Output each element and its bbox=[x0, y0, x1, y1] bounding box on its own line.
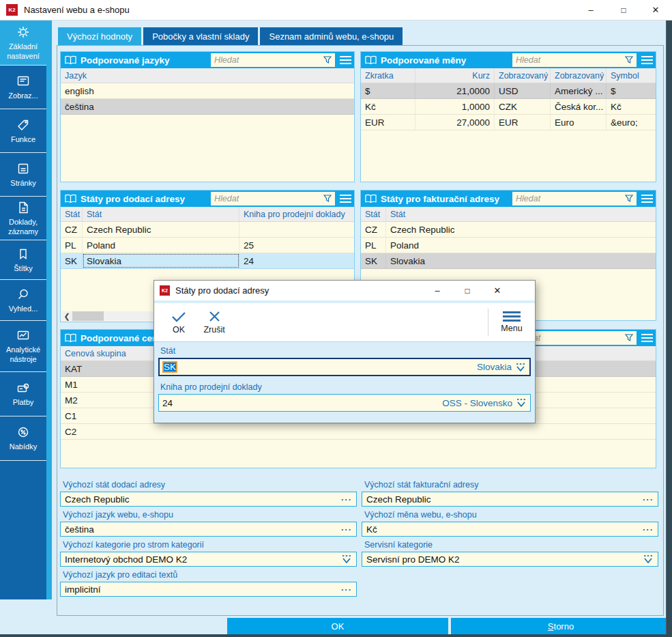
search-input[interactable] bbox=[211, 55, 323, 65]
table-cell[interactable]: Kč bbox=[607, 99, 656, 114]
search-input[interactable] bbox=[512, 55, 624, 65]
vychozi-stat-fakturacni-adresy-field[interactable]: Czech Republic ··· bbox=[362, 492, 658, 507]
table-cell[interactable] bbox=[239, 222, 354, 237]
table-row[interactable]: CZ Czech Republic bbox=[361, 222, 656, 238]
table-row[interactable]: english bbox=[61, 83, 354, 99]
minimize-button[interactable]: – bbox=[576, 0, 606, 20]
table-cell[interactable]: Poland bbox=[386, 238, 656, 253]
kniha-pro-prodejni-doklady-field[interactable]: 24 OSS - Slovensko bbox=[158, 394, 531, 412]
lookup-ellipsis-button[interactable]: ··· bbox=[341, 525, 352, 534]
table-cell[interactable]: 25 bbox=[239, 238, 354, 253]
maximize-button[interactable]: □ bbox=[609, 0, 639, 20]
lookup-ellipsis-button[interactable]: ··· bbox=[341, 495, 352, 504]
stat-field[interactable]: SK Slovakia bbox=[158, 358, 531, 376]
table-cell[interactable]: CZK bbox=[495, 99, 551, 114]
menu-icon[interactable] bbox=[639, 192, 654, 206]
sidebar-item-platby[interactable]: Platby bbox=[0, 372, 46, 416]
filter-icon[interactable] bbox=[323, 55, 335, 65]
menu-icon[interactable] bbox=[338, 53, 353, 67]
lookup-ellipsis-button[interactable]: ··· bbox=[643, 525, 654, 534]
ok-button[interactable]: OK bbox=[227, 618, 448, 634]
table-cell[interactable]: Česká kor... bbox=[551, 99, 607, 114]
table-cell[interactable]: PL bbox=[361, 238, 386, 253]
vychozi-jazyk-editace-field[interactable]: implicitní ··· bbox=[60, 582, 357, 597]
close-button[interactable]: ✕ bbox=[641, 0, 671, 20]
table-row[interactable]: CZ Czech Republic bbox=[61, 222, 354, 238]
table-row-selected[interactable]: čeština bbox=[61, 99, 354, 115]
lookup-ellipsis-button[interactable]: ··· bbox=[643, 495, 654, 504]
table-cell[interactable]: 27,0000 bbox=[415, 115, 495, 130]
column-header[interactable]: Zobrazovaný r bbox=[551, 68, 607, 83]
menu-icon[interactable] bbox=[639, 331, 654, 345]
column-header[interactable]: Stát bbox=[83, 207, 239, 221]
servisni-kategorie-field[interactable]: Servisní pro DEMO K2 bbox=[362, 552, 658, 567]
vychozi-kategorie-field[interactable]: Internetový obchod DEMO K2 bbox=[60, 552, 357, 567]
dialog-close-button[interactable]: ✕ bbox=[486, 281, 509, 300]
table-cell[interactable]: 21,0000 bbox=[415, 83, 495, 98]
dropdown-icon[interactable] bbox=[516, 398, 527, 408]
scroll-left-arrow[interactable]: ❮ bbox=[61, 311, 72, 321]
table-cell[interactable]: EUR bbox=[361, 115, 415, 130]
dialog-cancel-button[interactable]: Zrušit bbox=[196, 307, 232, 337]
dropdown-icon[interactable] bbox=[515, 363, 526, 372]
table-cell[interactable]: Kč bbox=[361, 99, 415, 114]
table-cell[interactable]: SK bbox=[361, 253, 386, 268]
scrollbar-thumb[interactable] bbox=[72, 311, 104, 321]
dropdown-icon[interactable] bbox=[643, 554, 654, 564]
sidebar-item-stranky[interactable]: Stránky bbox=[0, 153, 46, 197]
sidebar-item-nabidky[interactable]: Nabídky bbox=[0, 416, 46, 461]
lookup-ellipsis-button[interactable]: ··· bbox=[341, 585, 352, 594]
column-header[interactable]: Stát bbox=[61, 207, 83, 221]
table-cell[interactable]: Czech Republic bbox=[386, 222, 656, 237]
dropdown-icon[interactable] bbox=[341, 554, 352, 564]
table-cell[interactable]: 24 bbox=[239, 253, 354, 268]
tab-seznam-adminu[interactable]: Seznam adminů webu, e-shopu bbox=[260, 27, 403, 45]
table-cell[interactable]: čeština bbox=[61, 99, 354, 114]
table-cell[interactable]: Euro bbox=[551, 115, 607, 130]
column-header[interactable]: Zkratka bbox=[361, 68, 415, 83]
table-cell[interactable]: SK bbox=[61, 253, 83, 268]
sidebar-item-zobrazeni[interactable]: Zobraz... bbox=[0, 66, 46, 109]
table-row[interactable]: Kč 1,0000 CZK Česká kor... Kč bbox=[361, 99, 656, 115]
vychozi-jazyk-webu-field[interactable]: čeština ··· bbox=[60, 522, 357, 537]
table-cell[interactable]: EUR bbox=[495, 115, 551, 130]
table-cell[interactable]: 1,0000 bbox=[415, 99, 495, 114]
table-cell[interactable]: Americký ... bbox=[551, 83, 607, 98]
table-row[interactable]: EUR 27,0000 EUR Euro &euro; bbox=[361, 115, 656, 130]
sidebar-item-funkce[interactable]: Funkce bbox=[0, 109, 46, 153]
column-header[interactable]: Kurz bbox=[415, 68, 495, 83]
table-cell[interactable]: Poland bbox=[83, 238, 239, 253]
table-cell[interactable]: CZ bbox=[361, 222, 386, 237]
table-row[interactable]: C2 bbox=[61, 424, 656, 440]
filter-icon[interactable] bbox=[323, 194, 335, 203]
table-cell[interactable]: C2 bbox=[61, 424, 656, 439]
column-header[interactable]: Jazyk bbox=[61, 68, 354, 83]
table-row-highlighted[interactable]: SK Slovakia 24 bbox=[61, 253, 354, 269]
vychozi-mena-webu-field[interactable]: Kč ··· bbox=[362, 522, 658, 537]
table-row[interactable]: PL Poland 25 bbox=[61, 238, 354, 253]
table-cell[interactable]: &euro; bbox=[607, 115, 656, 130]
sidebar-item-stitky[interactable]: Štítky bbox=[0, 240, 46, 280]
tab-pobocky-a-vlastni-sklady[interactable]: Pobočky a vlastní sklady bbox=[143, 27, 258, 45]
table-cell[interactable]: english bbox=[61, 83, 354, 98]
table-row[interactable]: PL Poland bbox=[361, 238, 656, 253]
vychozi-stat-dodaci-adresy-field[interactable]: Czech Republic ··· bbox=[60, 492, 357, 507]
table-cell[interactable]: $ bbox=[361, 83, 415, 98]
filter-icon[interactable] bbox=[624, 194, 637, 203]
dialog-ok-button[interactable]: OK bbox=[164, 307, 194, 337]
table-cell[interactable]: CZ bbox=[61, 222, 83, 237]
column-header[interactable]: Kniha pro prodejní doklady bbox=[239, 207, 354, 221]
sidebar-item-zakladni-nastaveni[interactable]: Základní nastavení bbox=[0, 20, 46, 66]
sidebar-item-analyticke-nastroje[interactable]: Analytické nástroje bbox=[0, 321, 46, 372]
search-input[interactable] bbox=[211, 194, 323, 203]
table-row-selected[interactable]: $ 21,0000 USD Americký ... $ bbox=[361, 83, 656, 99]
menu-icon[interactable] bbox=[338, 192, 353, 206]
storno-button[interactable]: Storno bbox=[451, 618, 671, 634]
table-cell[interactable]: $ bbox=[607, 83, 656, 98]
table-cell[interactable]: PL bbox=[61, 238, 83, 253]
filter-icon[interactable] bbox=[624, 333, 637, 343]
column-header[interactable]: Symbol bbox=[607, 68, 656, 83]
column-header[interactable]: Stát bbox=[386, 207, 656, 221]
sidebar-item-vyhledavani[interactable]: Vyhled... bbox=[0, 280, 46, 321]
filter-icon[interactable] bbox=[624, 55, 637, 65]
